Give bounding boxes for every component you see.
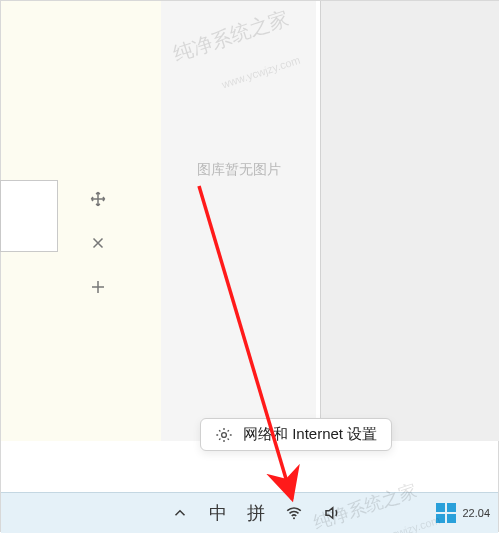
wifi-icon xyxy=(285,504,303,522)
svg-point-0 xyxy=(222,432,227,437)
tray-overflow[interactable] xyxy=(170,493,190,533)
plus-icon xyxy=(89,278,107,296)
clock-fragment: 22.04 xyxy=(462,508,490,519)
gallery-empty-text: 图库暂无图片 xyxy=(161,161,316,179)
windows-logo-icon[interactable] xyxy=(436,503,456,523)
system-tray: 中 拼 xyxy=(170,493,342,533)
gear-icon xyxy=(215,426,233,444)
speaker-icon xyxy=(323,504,341,522)
ime-language[interactable]: 中 xyxy=(208,493,228,533)
chevron-up-icon xyxy=(171,504,189,522)
tool-column xyxy=(80,188,116,298)
volume-tray-icon[interactable] xyxy=(322,493,342,533)
ime-mode[interactable]: 拼 xyxy=(246,493,266,533)
right-panel xyxy=(320,1,499,441)
taskbar: 中 拼 22.04 xyxy=(1,492,498,533)
add-tool[interactable] xyxy=(87,276,109,298)
taskbar-right: 22.04 xyxy=(436,493,490,533)
wifi-tray-icon[interactable] xyxy=(284,493,304,533)
close-icon xyxy=(89,234,107,252)
network-settings-label: 网络和 Internet 设置 xyxy=(243,425,377,444)
move-tool[interactable] xyxy=(87,188,109,210)
white-card xyxy=(0,180,58,252)
svg-point-1 xyxy=(293,517,295,519)
move-icon xyxy=(89,190,107,208)
delete-tool[interactable] xyxy=(87,232,109,254)
network-settings-popup[interactable]: 网络和 Internet 设置 xyxy=(200,418,392,451)
gallery-panel: 图库暂无图片 xyxy=(161,1,316,441)
